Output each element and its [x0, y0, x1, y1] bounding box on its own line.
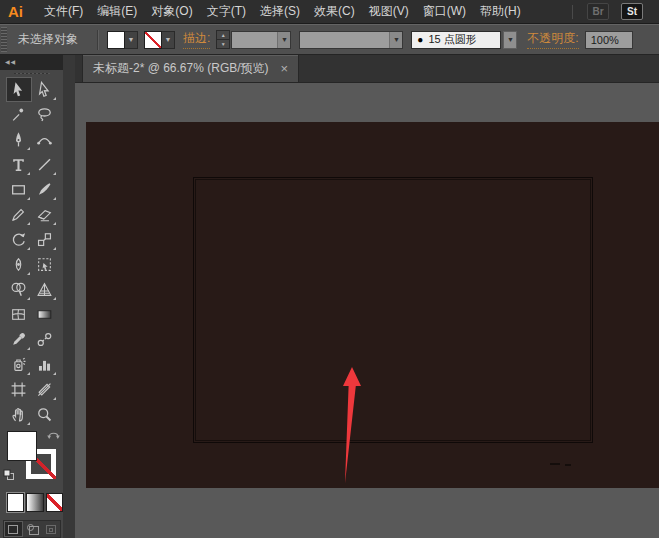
curvature-tool[interactable] — [32, 127, 58, 152]
menu-item-4[interactable]: 文字(T) — [200, 0, 253, 23]
shape-builder-tool[interactable] — [6, 277, 32, 302]
column-graph-icon — [36, 356, 53, 373]
pencil-tool[interactable] — [6, 202, 32, 227]
bridge-button[interactable]: Br — [587, 3, 609, 20]
brush-dropdown-arrow-icon[interactable]: ▼ — [503, 31, 517, 49]
tab-close-icon[interactable]: × — [281, 62, 289, 75]
fill-color-swatch[interactable] — [107, 31, 125, 49]
direct-selection-tool[interactable] — [32, 77, 58, 102]
panel-collapse-button[interactable]: ◀◀ — [0, 55, 63, 70]
rotate-tool[interactable] — [6, 227, 32, 252]
controlbar-separator — [97, 30, 98, 50]
blend-tool[interactable] — [32, 327, 58, 352]
opacity-value-field[interactable]: 100% — [585, 31, 633, 49]
combo-arrow-icon[interactable]: ▼ — [277, 32, 290, 48]
control-bar: 未选择对象 ▼ ▼ 描边: ▲▼ ▼ ▼ ● 15 点圆形 ▼ 不透明度: 10… — [0, 24, 659, 55]
flyout-indicator-icon — [53, 197, 56, 200]
menu-item-8[interactable]: 窗口(W) — [416, 0, 473, 23]
stroke-weight-combobox[interactable]: ▼ — [231, 31, 291, 49]
mesh-tool[interactable] — [6, 302, 32, 327]
stroke-panel-link[interactable]: 描边: — [183, 30, 210, 49]
fill-indicator-swatch[interactable] — [7, 431, 37, 461]
type-tool[interactable] — [6, 152, 32, 177]
draw-behind-button[interactable] — [23, 521, 42, 537]
flyout-indicator-icon — [53, 397, 56, 400]
magic-wand-tool[interactable] — [6, 102, 32, 127]
selection-status-label: 未选择对象 — [18, 31, 78, 48]
width-tool[interactable] — [6, 252, 32, 277]
canvas-image[interactable] — [86, 122, 659, 488]
slice-icon — [36, 381, 53, 398]
combo-arrow-icon[interactable]: ▼ — [389, 32, 402, 48]
width-profile-combobox[interactable]: ▼ — [299, 31, 403, 49]
scale-icon — [36, 231, 53, 248]
none-button[interactable] — [46, 493, 63, 512]
eraser-tool[interactable] — [32, 202, 58, 227]
brush-definition-field[interactable]: ● 15 点圆形 — [411, 31, 501, 49]
free-transform-tool[interactable] — [32, 252, 58, 277]
flyout-indicator-icon — [27, 222, 30, 225]
selection-icon — [10, 81, 27, 98]
direct-selection-icon — [36, 81, 53, 98]
opacity-panel-link[interactable]: 不透明度: — [527, 30, 578, 49]
stepper-down-icon[interactable]: ▼ — [216, 40, 230, 49]
menu-bar: Ai 文件(F)编辑(E)对象(O)文字(T)选择(S)效果(C)视图(V)窗口… — [0, 0, 659, 24]
flyout-indicator-icon — [27, 372, 30, 375]
panel-grip-handle[interactable] — [14, 73, 50, 74]
tool-grid — [6, 77, 58, 427]
rectangle-tool[interactable] — [6, 177, 32, 202]
flyout-indicator-icon — [53, 97, 56, 100]
brush-definition-value: 15 点圆形 — [428, 32, 476, 47]
flyout-indicator-icon — [27, 272, 30, 275]
flyout-indicator-icon — [53, 222, 56, 225]
drawing-mode-bar — [3, 520, 61, 538]
slice-tool[interactable] — [32, 377, 58, 402]
stepper-up-icon[interactable]: ▲ — [216, 30, 230, 40]
document-tab[interactable]: 未标题-2* @ 66.67% (RGB/预览) × — [82, 55, 299, 82]
symbol-sprayer-tool[interactable] — [6, 352, 32, 377]
draw-inside-button[interactable] — [41, 521, 60, 537]
menu-item-1[interactable]: 文件(F) — [37, 0, 90, 23]
menu-item-2[interactable]: 编辑(E) — [90, 0, 144, 23]
menu-item-6[interactable]: 效果(C) — [307, 0, 362, 23]
column-graph-tool[interactable] — [32, 352, 58, 377]
magic-wand-icon — [10, 106, 27, 123]
scale-tool[interactable] — [32, 227, 58, 252]
swap-fill-stroke-icon[interactable] — [46, 429, 61, 441]
perspective-grid-tool[interactable] — [32, 277, 58, 302]
lasso-tool[interactable] — [32, 102, 58, 127]
flyout-indicator-icon — [27, 297, 30, 300]
draw-normal-button[interactable] — [4, 521, 23, 537]
eyedropper-tool[interactable] — [6, 327, 32, 352]
controlbar-grip-handle[interactable] — [1, 27, 7, 52]
stroke-none-swatch[interactable] — [144, 31, 162, 49]
paintbrush-tool[interactable] — [32, 177, 58, 202]
dock-gutter — [63, 55, 75, 538]
rotate-icon — [10, 231, 27, 248]
zoom-tool[interactable] — [32, 402, 58, 427]
default-fill-stroke-icon[interactable] — [3, 469, 15, 481]
pasteboard[interactable] — [75, 83, 659, 538]
pen-tool[interactable] — [6, 127, 32, 152]
color-mode-buttons — [0, 493, 63, 512]
gradient-icon — [36, 306, 53, 323]
menu-item-5[interactable]: 选择(S) — [253, 0, 307, 23]
selection-tool[interactable] — [6, 77, 32, 102]
color-button[interactable] — [7, 493, 24, 512]
artboard-icon — [10, 381, 27, 398]
menu-item-9[interactable]: 帮助(H) — [473, 0, 528, 23]
gradient-tool[interactable] — [32, 302, 58, 327]
menu-item-7[interactable]: 视图(V) — [362, 0, 416, 23]
hand-tool[interactable] — [6, 402, 32, 427]
stroke-weight-stepper[interactable]: ▲▼ — [216, 30, 230, 49]
stroke-dropdown-arrow-icon[interactable]: ▼ — [162, 31, 175, 49]
menubar-right-group: Br St — [572, 3, 643, 20]
stock-button[interactable]: St — [621, 3, 643, 20]
fill-dropdown-arrow-icon[interactable]: ▼ — [125, 31, 138, 49]
gradient-button[interactable] — [26, 493, 43, 512]
menu-item-3[interactable]: 对象(O) — [144, 0, 199, 23]
fill-stroke-indicator — [0, 427, 63, 485]
artboard-tool[interactable] — [6, 377, 32, 402]
type-icon — [10, 156, 27, 173]
line-segment-tool[interactable] — [32, 152, 58, 177]
